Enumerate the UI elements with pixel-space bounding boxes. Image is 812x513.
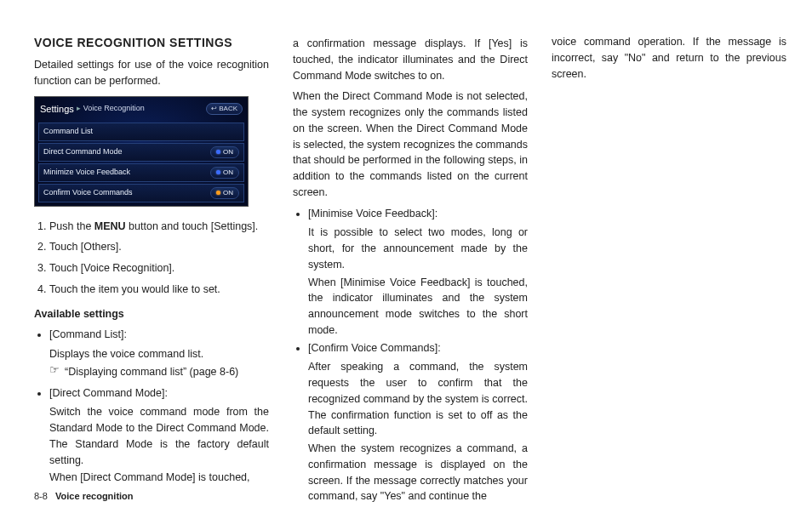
settings-list: [Direct Command Mode]:	[34, 385, 269, 402]
settings-list: [Confirm Voice Commands]:	[293, 340, 528, 356]
column-2: a confirmation message displays. If [Yes…	[293, 34, 528, 504]
body-text: When the Direct Command Mode is not sele…	[293, 88, 528, 200]
section-intro: Detailed settings for use of the voice r…	[34, 57, 269, 89]
back-button: ↩ BACK	[206, 103, 243, 115]
status-dot-icon	[216, 150, 220, 154]
page-number: 8-8	[34, 491, 48, 501]
section-title: VOICE RECOGNITION SETTINGS	[34, 34, 269, 52]
steps-list: Push the MENU button and touch [Settings…	[34, 219, 269, 298]
step-item: Push the MENU button and touch [Settings…	[49, 219, 269, 235]
settings-list: [Command List]:	[34, 327, 269, 343]
setting-body: When the system recognizes a command, a …	[308, 441, 528, 504]
setting-body: When [Direct Command Mode] is touched,	[49, 470, 269, 486]
on-pill: ON	[210, 187, 239, 199]
row-label: Minimize Voice Feedback	[43, 167, 130, 179]
manual-page: VOICE RECOGNITION SETTINGS Detailed sett…	[0, 0, 812, 513]
section-name: Voice recognition	[55, 491, 133, 501]
screenshot-subtitle: Voice Recognition	[83, 103, 145, 115]
page-footer: 8-8 Voice recognition	[34, 491, 134, 501]
screenshot-row: Confirm Voice Commands ON	[38, 184, 244, 202]
setting-body: Switch the voice command mode from the S…	[49, 404, 269, 468]
on-pill: ON	[210, 167, 239, 179]
screenshot-title: Settings	[40, 102, 74, 117]
setting-body: It is possible to select two modes, long…	[308, 225, 528, 272]
screenshot-header: Settings ▸ Voice Recognition ↩ BACK	[38, 100, 244, 120]
setting-body: After speaking a command, the system req…	[308, 359, 528, 439]
setting-body: Displays the voice command list.	[49, 346, 269, 362]
row-label: Confirm Voice Commands	[43, 187, 133, 199]
step-item: Touch the item you would like to set.	[49, 282, 269, 298]
status-dot-icon	[216, 170, 220, 174]
reference-text: “Displaying command list” (page 8-6)	[65, 364, 238, 380]
setting-head: [Minimise Voice Feedback]:	[308, 206, 528, 222]
column-3: voice command operation. If the message …	[552, 34, 786, 504]
setting-head: [Direct Command Mode]:	[49, 385, 269, 402]
setting-body: When [Minimise Voice Feedback] is touche…	[308, 275, 528, 339]
screenshot-row: Command List	[38, 123, 244, 141]
breadcrumb-sep-icon: ▸	[77, 103, 81, 115]
setting-head: [Confirm Voice Commands]:	[308, 340, 528, 356]
status-dot-icon	[216, 191, 220, 195]
row-label: Command List	[43, 126, 93, 138]
screenshot-row: Direct Command Mode ON	[38, 143, 244, 162]
page-reference: ☞ “Displaying command list” (page 8-6)	[49, 364, 269, 380]
continuation-text: a confirmation message displays. If [Yes…	[293, 36, 528, 83]
on-pill: ON	[210, 146, 239, 158]
settings-screenshot: Settings ▸ Voice Recognition ↩ BACK Comm…	[34, 96, 249, 207]
available-settings-heading: Available settings	[34, 306, 269, 322]
step-item: Touch [Voice Recognition].	[49, 260, 269, 276]
reference-icon: ☞	[49, 364, 60, 375]
step-item: Touch [Others].	[49, 239, 269, 255]
continuation-text: voice command operation. If the message …	[552, 34, 786, 82]
screenshot-row: Minimize Voice Feedback ON	[38, 163, 244, 182]
column-1: VOICE RECOGNITION SETTINGS Detailed sett…	[34, 34, 269, 504]
setting-head: [Command List]:	[49, 327, 269, 343]
settings-list: [Minimise Voice Feedback]:	[293, 206, 528, 222]
row-label: Direct Command Mode	[43, 146, 123, 158]
